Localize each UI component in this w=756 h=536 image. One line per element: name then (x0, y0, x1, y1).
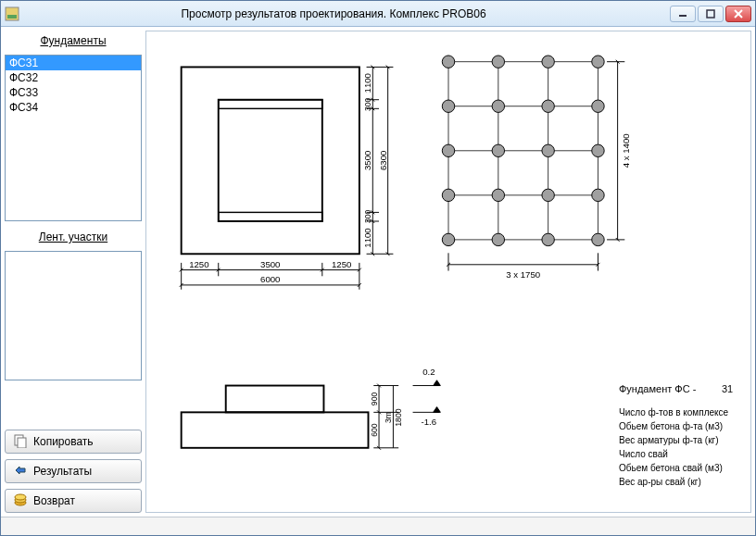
svg-text:6000: 6000 (260, 274, 280, 284)
app-window: Просмотр результатов проектирования. Ком… (0, 0, 756, 536)
svg-point-68 (542, 100, 554, 112)
list-item[interactable]: ФС31 (6, 56, 141, 70)
svg-text:900: 900 (370, 393, 379, 406)
svg-point-73 (592, 144, 604, 156)
svg-point-76 (542, 189, 554, 201)
property-row: Число ф-тов в комплексе1 (619, 405, 756, 419)
svg-text:600: 600 (370, 423, 379, 437)
svg-rect-95 (226, 386, 324, 413)
svg-text:1250: 1250 (189, 259, 208, 269)
svg-point-67 (492, 100, 504, 112)
svg-text:1100: 1100 (362, 73, 372, 93)
copy-icon (13, 433, 28, 451)
svg-point-78 (442, 233, 454, 245)
svg-text:1800: 1800 (394, 408, 403, 426)
svg-text:3500: 3500 (260, 259, 280, 269)
svg-point-70 (442, 144, 454, 156)
foundations-heading: Фундаменты (5, 31, 142, 49)
property-row: Число свай20 (619, 447, 756, 461)
property-row: Обьем бетона свай (м3)15 (619, 461, 756, 475)
list-item[interactable]: ФС32 (6, 70, 141, 85)
svg-point-63 (492, 56, 504, 68)
svg-point-79 (492, 233, 504, 245)
svg-point-71 (492, 144, 504, 156)
statusbar (1, 517, 755, 535)
window-controls (670, 6, 751, 22)
svg-point-75 (492, 189, 504, 201)
sidebar-spacer (5, 386, 142, 424)
tapes-heading: Лент. участки (5, 227, 142, 245)
svg-point-66 (442, 100, 454, 112)
svg-point-72 (542, 144, 554, 156)
drawing-canvas: 1250 3500 1250 6000 (145, 31, 751, 513)
svg-point-69 (592, 100, 604, 112)
list-item[interactable]: ФС34 (6, 100, 141, 115)
svg-text:1100: 1100 (362, 228, 372, 247)
close-button[interactable] (725, 6, 751, 22)
return-button[interactable]: Возврат (5, 489, 142, 513)
copy-label: Копировать (33, 435, 94, 448)
property-row: Обьем бетона ф-та (м3)38.01 (619, 419, 756, 433)
svg-point-81 (592, 233, 604, 245)
svg-text:-1.6: -1.6 (422, 417, 437, 427)
svg-text:3  x  1750: 3 x 1750 (506, 269, 540, 280)
results-icon (13, 463, 28, 480)
svg-point-74 (442, 189, 454, 201)
svg-rect-7 (18, 438, 26, 448)
svg-point-64 (542, 56, 554, 68)
svg-point-62 (442, 56, 454, 68)
results-button[interactable]: Результаты (5, 459, 142, 483)
svg-rect-12 (219, 100, 322, 221)
svg-point-80 (542, 233, 554, 245)
svg-rect-3 (707, 10, 714, 18)
tapes-listbox[interactable] (5, 251, 142, 380)
property-row: Вес арматуры ф-та (кг)848 (619, 433, 756, 447)
sidebar: Фундаменты ФС31ФС32ФС33ФС34 Лент. участк… (5, 31, 142, 513)
svg-text:1250: 1250 (332, 259, 351, 269)
list-item[interactable]: ФС33 (6, 85, 141, 100)
svg-rect-11 (182, 67, 359, 254)
titlebar: Просмотр результатов проектирования. Ком… (1, 1, 755, 27)
properties-panel: Фундамент ФС - 31 Число ф-тов в комплекс… (619, 383, 756, 489)
svg-rect-13 (219, 100, 322, 109)
properties-title: Фундамент ФС - 31 (619, 383, 756, 394)
property-row: Вес ар-ры свай (кг)2225 (619, 475, 756, 489)
return-label: Возврат (33, 494, 75, 507)
maximize-button[interactable] (698, 6, 724, 22)
svg-text:4  x  1400: 4 x 1400 (621, 133, 631, 168)
window-title: Просмотр результатов проектирования. Ком… (0, 7, 670, 20)
svg-text:6300: 6300 (378, 151, 388, 170)
svg-text:300: 300 (363, 97, 372, 111)
svg-point-77 (592, 189, 604, 201)
minimize-button[interactable] (670, 6, 696, 22)
svg-point-10 (15, 494, 26, 500)
svg-rect-14 (219, 212, 322, 221)
svg-point-65 (592, 56, 604, 68)
svg-text:300: 300 (363, 210, 372, 224)
svg-text:3m: 3m (384, 412, 393, 423)
client-area: Фундаменты ФС31ФС32ФС33ФС34 Лент. участк… (1, 27, 755, 517)
copy-button[interactable]: Копировать (5, 430, 142, 454)
svg-text:3500: 3500 (362, 151, 372, 170)
return-icon (13, 492, 28, 510)
svg-rect-94 (182, 412, 369, 447)
foundations-listbox[interactable]: ФС31ФС32ФС33ФС34 (5, 55, 142, 221)
svg-text:0.2: 0.2 (422, 367, 435, 377)
results-label: Результаты (33, 465, 92, 478)
